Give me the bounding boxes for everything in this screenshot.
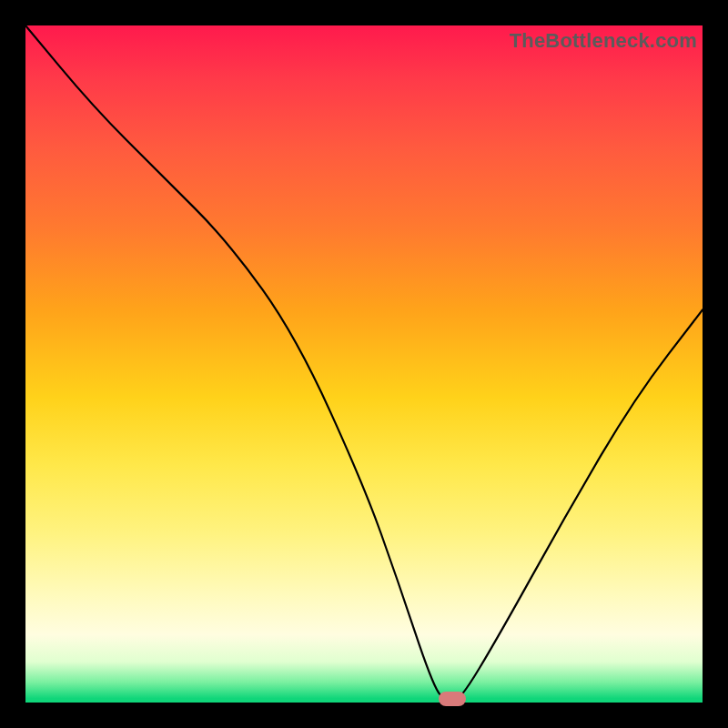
optimum-marker bbox=[439, 692, 466, 706]
attribution-text: TheBottleneck.com bbox=[510, 29, 697, 53]
curve-svg bbox=[25, 25, 703, 703]
plot-area: TheBottleneck.com bbox=[25, 25, 703, 703]
chart-frame: TheBottleneck.com bbox=[0, 0, 728, 728]
bottleneck-curve-path bbox=[25, 25, 703, 703]
